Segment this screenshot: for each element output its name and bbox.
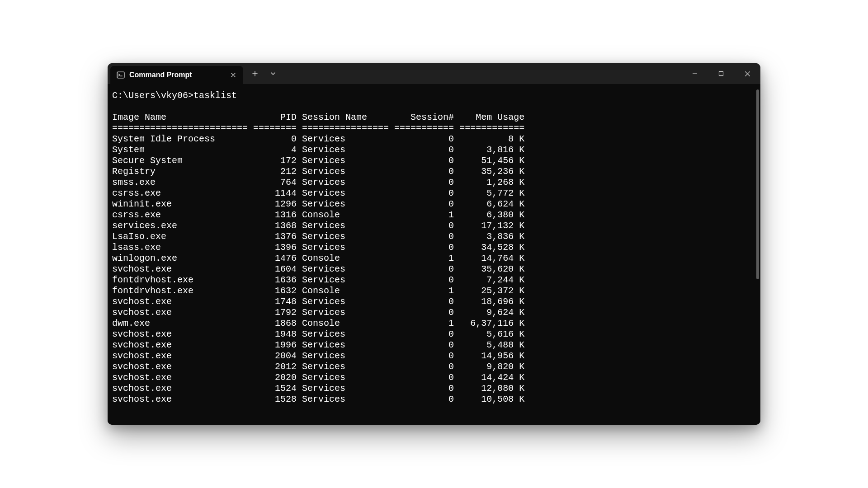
table-row: csrss.exe 1144 Services 0 5,772 K <box>112 188 756 199</box>
column-header: Image Name PID Session Name Session# Mem… <box>112 112 756 123</box>
table-row: svchost.exe 1524 Services 0 12,080 K <box>112 383 756 394</box>
tab-dropdown-button[interactable] <box>265 66 281 82</box>
tab-command-prompt[interactable]: Command Prompt <box>110 66 243 84</box>
window-controls <box>682 63 760 84</box>
table-row: svchost.exe 1996 Services 0 5,488 K <box>112 340 756 351</box>
table-row: fontdrvhost.exe 1632 Console 1 25,372 K <box>112 286 756 296</box>
table-row: wininit.exe 1296 Services 0 6,624 K <box>112 199 756 210</box>
table-row: svchost.exe 2020 Services 0 14,424 K <box>112 372 756 383</box>
tab-close-button[interactable] <box>228 70 239 80</box>
titlebar-drag-region[interactable] <box>281 63 682 84</box>
minimize-button[interactable] <box>682 63 708 84</box>
table-row: dwm.exe 1868 Console 1 6,37,116 K <box>112 318 756 329</box>
table-row: svchost.exe 1748 Services 0 18,696 K <box>112 296 756 307</box>
table-row: System Idle Process 0 Services 0 8 K <box>112 134 756 145</box>
terminal-output[interactable]: C:\Users\vky06>tasklistImage Name PID Se… <box>108 84 760 425</box>
table-row: svchost.exe 1604 Services 0 35,620 K <box>112 264 756 275</box>
table-row: svchost.exe 1948 Services 0 5,616 K <box>112 329 756 340</box>
terminal-icon <box>117 71 125 79</box>
terminal-line <box>112 101 756 112</box>
table-row: winlogon.exe 1476 Console 1 14,764 K <box>112 253 756 264</box>
table-row: svchost.exe 1528 Services 0 10,508 K <box>112 394 756 405</box>
table-row: svchost.exe 1792 Services 0 9,624 K <box>112 307 756 318</box>
prompt-line: C:\Users\vky06>tasklist <box>112 90 756 101</box>
table-row: svchost.exe 2012 Services 0 9,820 K <box>112 361 756 372</box>
table-row: csrss.exe 1316 Console 1 6,380 K <box>112 210 756 221</box>
tab-title: Command Prompt <box>129 71 223 79</box>
titlebar[interactable]: Command Prompt <box>108 63 760 84</box>
table-row: LsaIso.exe 1376 Services 0 3,836 K <box>112 231 756 242</box>
table-row: services.exe 1368 Services 0 17,132 K <box>112 221 756 231</box>
new-tab-button[interactable] <box>247 66 263 82</box>
table-row: System 4 Services 0 3,816 K <box>112 145 756 155</box>
maximize-button[interactable] <box>708 63 734 84</box>
table-row: svchost.exe 2004 Services 0 14,956 K <box>112 351 756 361</box>
table-row: smss.exe 764 Services 0 1,268 K <box>112 177 756 188</box>
scrollbar-thumb[interactable] <box>756 89 759 279</box>
table-row: Secure System 172 Services 0 51,456 K <box>112 155 756 166</box>
table-row: fontdrvhost.exe 1636 Services 0 7,244 K <box>112 275 756 286</box>
table-row: Registry 212 Services 0 35,236 K <box>112 166 756 177</box>
close-button[interactable] <box>734 63 760 84</box>
tabbar-actions <box>243 63 281 84</box>
terminal-window: Command Prompt C:\Users\vk <box>108 63 760 425</box>
svg-rect-0 <box>117 72 124 78</box>
svg-rect-3 <box>719 72 723 76</box>
table-row: lsass.exe 1396 Services 0 34,528 K <box>112 242 756 253</box>
column-separator: ========================= ======== =====… <box>112 123 756 134</box>
